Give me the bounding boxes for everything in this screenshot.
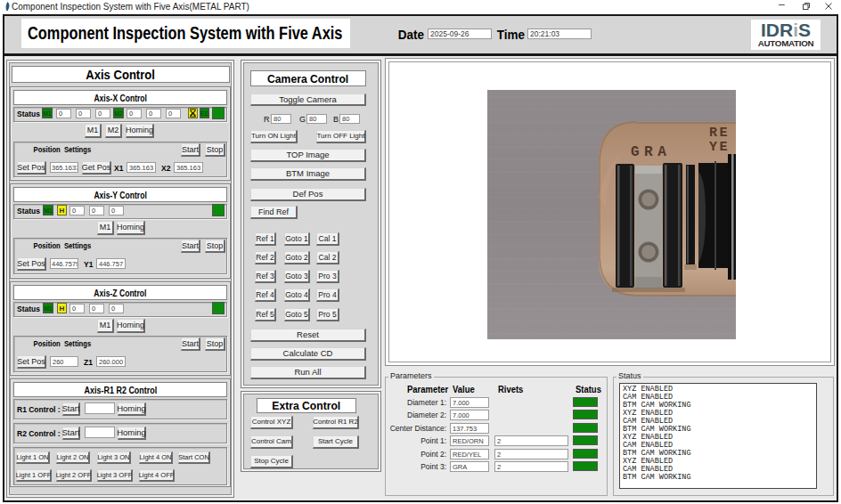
svg-text:GRA: GRA — [631, 144, 671, 160]
svg-text:RE: RE — [709, 126, 730, 141]
svg-text:YE: YE — [709, 140, 730, 155]
